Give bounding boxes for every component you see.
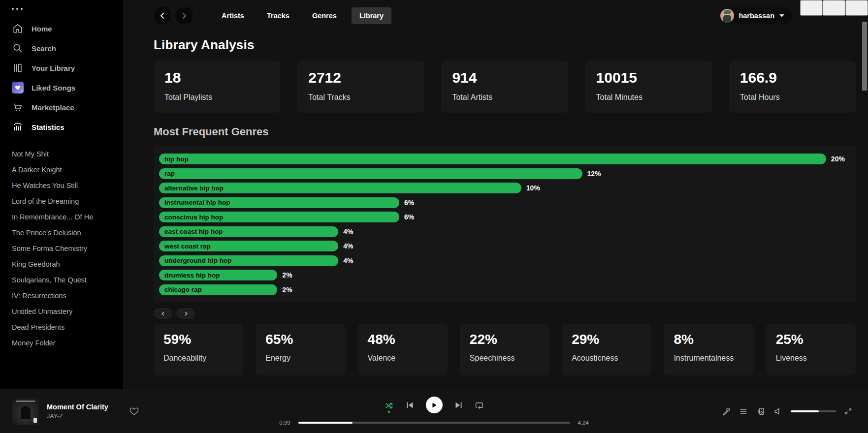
lyrics-button[interactable] (722, 407, 731, 416)
stat-value: 2712 (308, 69, 413, 86)
genre-bar: hip hop (159, 154, 826, 164)
playlist-label: King Geedorah (12, 260, 114, 268)
genre-label: drumless hip hop (164, 272, 220, 279)
genre-bar-row: west coast rap 4% (159, 241, 850, 251)
genre-label: alternative hip hop (164, 185, 224, 192)
maximize-button[interactable] (823, 0, 845, 16)
app-window: Home Search Your Library (0, 0, 868, 433)
sidebar-item-your-library[interactable]: Your Library (0, 58, 123, 78)
tab[interactable]: Library (352, 7, 391, 24)
avatar (720, 9, 734, 23)
playlist-item[interactable]: He Watches You Still (0, 178, 123, 193)
genre-percent: 12% (587, 170, 601, 178)
stat-label: Total Artists (452, 93, 557, 102)
liked-heart-icon (12, 82, 24, 93)
sidebar-item-liked-songs[interactable]: Liked Songs (0, 78, 123, 97)
ellipsis-icon (12, 8, 14, 10)
genre-bar-chart: hip hop 20% rap 12% alternative hip hop … (154, 146, 856, 302)
volume-icon (773, 407, 782, 416)
home-icon (12, 23, 24, 34)
playlist-item[interactable]: Dead Presidents (0, 319, 123, 335)
close-button[interactable] (845, 0, 868, 16)
sidebar-item-marketplace[interactable]: Marketplace (0, 97, 123, 117)
skip-back-icon (406, 401, 414, 409)
stat-label: Total Hours (740, 93, 845, 102)
genre-bar-row: instrumental hip hop 6% (159, 197, 850, 208)
ellipsis-menu-button[interactable] (12, 8, 32, 10)
tab[interactable]: Tracks (259, 7, 297, 24)
feature-label: Speechiness (470, 354, 540, 363)
progress-fill (298, 422, 353, 424)
window-titlebar (800, 0, 868, 16)
next-button[interactable] (454, 401, 463, 409)
genre-bar-row: rap 12% (159, 168, 850, 179)
volume-button[interactable] (773, 407, 782, 416)
forward-button[interactable] (175, 7, 193, 25)
pager-prev-button[interactable] (154, 308, 172, 319)
close-icon (854, 5, 860, 11)
chevron-right-icon (184, 311, 188, 316)
stat-label: Total Tracks (308, 93, 413, 102)
genre-bar-row: drumless hip hop 2% (159, 270, 850, 280)
devices-icon (756, 407, 765, 416)
connect-device-button[interactable] (756, 407, 765, 416)
volume-slider[interactable] (791, 410, 836, 412)
pager-next-button[interactable] (176, 308, 195, 319)
scrollbar-thumb[interactable] (862, 22, 867, 91)
genre-bar: east coast hip hop (159, 226, 338, 237)
sidebar-item-home[interactable]: Home (0, 19, 123, 38)
playlist-label: Lord of the Dreaming (12, 197, 114, 205)
previous-button[interactable] (406, 401, 414, 409)
shuffle-button[interactable] (385, 401, 394, 410)
playlist-item[interactable]: Soulqarians, The Quest (0, 272, 123, 288)
now-playing: Moment Of Clarity JAY-Z (0, 398, 212, 425)
feature-value: 65% (265, 332, 335, 347)
library-icon (12, 62, 24, 74)
volume-fill (791, 410, 819, 412)
playlist-item[interactable]: Some Forma Chemistry (0, 241, 123, 256)
genre-bar-row: hip hop 20% (159, 154, 850, 164)
shuffle-icon (385, 401, 394, 410)
playlist-label: Soulqarians, The Quest (12, 276, 114, 284)
playlist-item[interactable]: Not My Shit (0, 146, 123, 162)
track-meta: Moment Of Clarity JAY-Z (47, 403, 108, 420)
playlist-item[interactable]: Lord of the Dreaming (0, 193, 123, 209)
liked-songs-tile (12, 82, 24, 93)
feature-card: 48% Valence (358, 324, 448, 375)
playlist-item[interactable]: In Remembrance... Of He (0, 209, 123, 225)
playlist-item[interactable]: A Darker Knight (0, 162, 123, 178)
playlist-item[interactable]: IV: Resurrections (0, 288, 123, 304)
play-button[interactable] (426, 397, 443, 413)
sidebar-item-search[interactable]: Search (0, 38, 123, 58)
feature-card: 25% Liveness (766, 324, 856, 375)
like-track-button[interactable] (129, 406, 139, 416)
playlist-item[interactable]: King Geedorah (0, 256, 123, 272)
minimize-button[interactable] (800, 0, 823, 16)
playlist-item[interactable]: Money Folder (0, 335, 123, 351)
total-duration: 4:24 (575, 420, 592, 426)
genre-bar-row: east coast hip hop 4% (159, 226, 850, 237)
playlist-item[interactable]: Untitled Unmastery (0, 304, 123, 319)
feature-card: 8% Instrumentalness (664, 324, 753, 375)
sidebar-item-statistics[interactable]: Statistics (0, 117, 123, 137)
track-artist: JAY-Z (47, 413, 108, 420)
genre-percent: 4% (343, 228, 353, 236)
genre-label: underground hip hop (164, 257, 231, 264)
playlist-item[interactable]: The Prince's Delusion (0, 225, 123, 241)
back-button[interactable] (154, 7, 171, 25)
progress-row: 0:39 4:24 (277, 420, 592, 426)
page-title: Library Analysis (154, 37, 856, 53)
repeat-button[interactable] (475, 401, 484, 410)
user-menu-button[interactable]: harbassan (719, 7, 792, 24)
genre-bar: underground hip hop (159, 255, 338, 266)
sidebar: Home Search Your Library (0, 0, 123, 389)
tab[interactable]: Artists (214, 7, 252, 24)
microphone-icon (722, 407, 731, 416)
stat-card: 18 Total Playlists (154, 61, 280, 113)
seek-bar[interactable] (298, 422, 570, 424)
tab[interactable]: Genres (304, 7, 345, 24)
queue-button[interactable] (739, 407, 748, 416)
genre-bar: conscious hip hop (159, 212, 399, 222)
ellipsis-icon (21, 8, 23, 10)
fullscreen-button[interactable] (844, 407, 852, 415)
